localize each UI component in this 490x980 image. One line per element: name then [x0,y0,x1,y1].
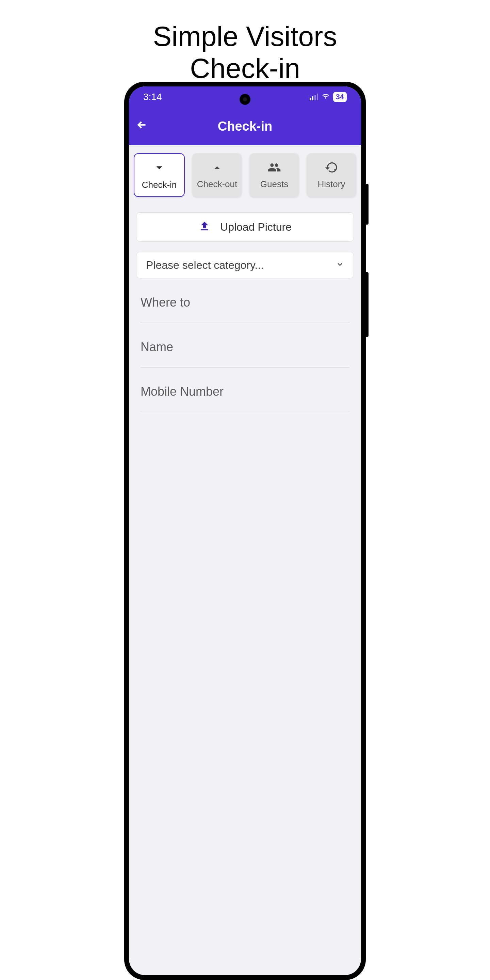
phone-screen: 3:14 34 Check-in [129,86,361,975]
page-title: Check-in [218,119,272,134]
camera-notch [240,94,250,105]
category-select[interactable]: Please select category... [136,252,354,278]
content-area: Check-in Check-out Guests [129,145,361,420]
phone-side-button [366,184,369,224]
status-right: 34 [310,92,347,102]
back-button[interactable] [136,119,153,134]
battery-badge: 34 [333,92,347,102]
chevron-down-icon [336,260,344,270]
category-placeholder: Please select category... [146,259,264,272]
promo-line1: Simple Visitors [153,21,337,52]
field-placeholder: Mobile Number [140,385,224,398]
status-time: 3:14 [143,92,162,102]
chevron-up-icon [209,161,225,174]
history-icon [323,161,340,174]
people-icon [266,161,282,174]
where-to-field[interactable]: Where to [140,295,350,323]
chevron-down-icon [151,161,167,175]
upload-label: Upload Picture [220,221,292,234]
phone-side-button [366,272,369,337]
mobile-number-field[interactable]: Mobile Number [140,385,350,412]
tab-label: Check-out [197,179,237,189]
phone-frame: 3:14 34 Check-in [124,82,366,980]
upload-picture-button[interactable]: Upload Picture [136,212,354,242]
tab-guests[interactable]: Guests [250,153,299,197]
wifi-icon [321,92,330,102]
signal-icon [310,94,318,100]
tab-history[interactable]: History [307,153,356,197]
tab-check-in[interactable]: Check-in [134,153,185,197]
tab-label: Guests [260,179,288,189]
promo-line2: Check-in [190,53,300,84]
field-placeholder: Name [140,340,173,354]
promo-heading: Simple Visitors Check-in [0,0,490,85]
tab-label: History [318,179,345,189]
name-field[interactable]: Name [140,340,350,368]
upload-icon [198,220,211,234]
app-header: Check-in [129,108,361,145]
tab-check-out[interactable]: Check-out [192,153,242,197]
tab-row: Check-in Check-out Guests [134,153,356,197]
tab-label: Check-in [142,180,177,190]
field-placeholder: Where to [140,295,190,309]
